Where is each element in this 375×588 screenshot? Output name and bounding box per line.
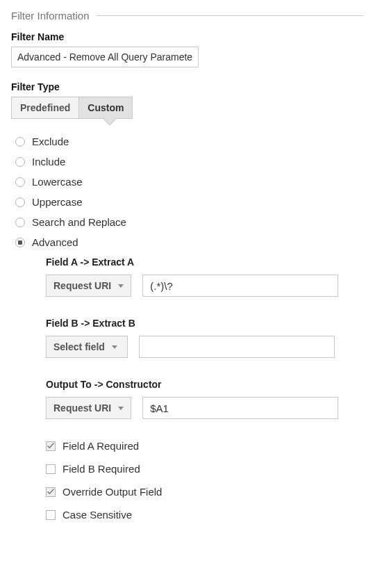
field-a-title: Field A -> Extract A	[46, 256, 364, 268]
radio-icon	[15, 137, 25, 147]
filter-type-tabs: Predefined Custom	[11, 97, 364, 119]
radio-icon	[15, 177, 25, 187]
output-input[interactable]	[142, 397, 338, 419]
radio-icon	[15, 238, 25, 247]
section-title: Filter Information	[11, 10, 90, 22]
checkbox-icon	[46, 464, 56, 474]
filter-name-section: Filter Name	[11, 31, 364, 67]
tab-predefined[interactable]: Predefined	[11, 97, 79, 119]
field-a-group: Field A -> Extract A Request URI	[46, 256, 364, 297]
custom-type-radio-list: Exclude Include Lowercase Uppercase Sear…	[15, 136, 364, 521]
check-override-output[interactable]: Override Output Field	[46, 486, 364, 498]
radio-exclude[interactable]: Exclude	[15, 136, 364, 147]
field-a-dropdown[interactable]: Request URI	[46, 275, 131, 297]
checkbox-icon	[46, 487, 56, 497]
field-a-input[interactable]	[142, 275, 338, 297]
field-b-dropdown[interactable]: Select field	[46, 336, 128, 358]
check-label: Field A Required	[62, 440, 139, 452]
radio-advanced[interactable]: Advanced	[15, 236, 364, 248]
caret-down-icon	[118, 407, 124, 410]
radio-icon	[15, 218, 25, 227]
filter-name-input[interactable]	[11, 47, 199, 67]
check-case-sensitive[interactable]: Case Sensitive	[46, 509, 364, 521]
filter-name-label: Filter Name	[11, 31, 364, 42]
radio-search-replace[interactable]: Search and Replace	[15, 216, 364, 228]
field-b-title: Field B -> Extract B	[46, 318, 364, 329]
dropdown-label: Request URI	[53, 402, 111, 414]
caret-down-icon	[112, 345, 117, 349]
radio-icon	[15, 197, 25, 207]
check-label: Field B Required	[62, 463, 140, 475]
advanced-checkboxes: Field A Required Field B Required Overri…	[46, 440, 364, 521]
divider	[97, 15, 364, 16]
radio-label: Uppercase	[32, 196, 83, 208]
check-field-b-required[interactable]: Field B Required	[46, 463, 364, 475]
output-dropdown[interactable]: Request URI	[46, 397, 131, 419]
radio-label: Exclude	[32, 136, 69, 147]
check-label: Override Output Field	[62, 486, 162, 498]
checkbox-icon	[46, 441, 56, 451]
dropdown-label: Select field	[53, 341, 105, 352]
radio-label: Lowercase	[32, 176, 83, 188]
radio-label: Search and Replace	[32, 216, 126, 228]
output-group: Output To -> Constructor Request URI	[46, 379, 364, 419]
check-label: Case Sensitive	[62, 509, 132, 521]
radio-include[interactable]: Include	[15, 156, 364, 168]
check-field-a-required[interactable]: Field A Required	[46, 440, 364, 452]
section-header: Filter Information	[11, 10, 364, 22]
radio-label: Include	[32, 156, 65, 168]
dropdown-label: Request URI	[53, 280, 111, 291]
radio-uppercase[interactable]: Uppercase	[15, 196, 364, 208]
radio-label: Advanced	[32, 236, 78, 248]
tab-custom[interactable]: Custom	[79, 97, 133, 119]
checkbox-icon	[46, 510, 56, 520]
filter-type-label: Filter Type	[11, 81, 364, 92]
caret-down-icon	[118, 284, 124, 288]
output-title: Output To -> Constructor	[46, 379, 364, 390]
field-b-input[interactable]	[139, 336, 335, 358]
advanced-panel: Field A -> Extract A Request URI Field B…	[46, 256, 364, 521]
radio-lowercase[interactable]: Lowercase	[15, 176, 364, 188]
filter-type-section: Filter Type Predefined Custom	[11, 81, 364, 119]
radio-icon	[15, 157, 25, 167]
field-b-group: Field B -> Extract B Select field	[46, 318, 364, 358]
